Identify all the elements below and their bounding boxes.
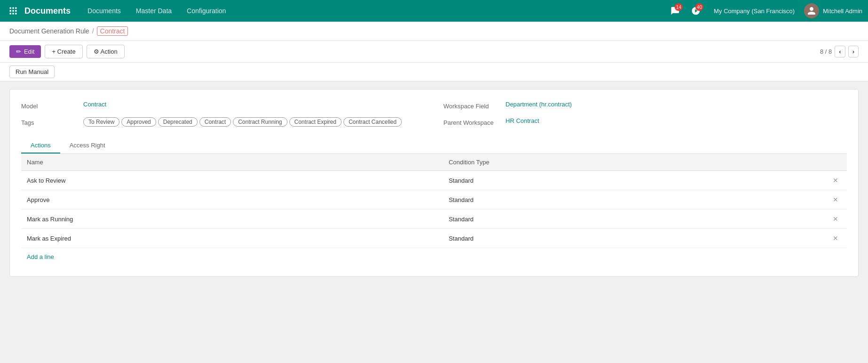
tag-item: Contract Expired bbox=[289, 117, 342, 127]
row-delete-cell: ✕ bbox=[824, 171, 847, 190]
col-actions bbox=[824, 154, 847, 171]
parent-workspace-row: Parent Workspace HR Contract bbox=[444, 117, 847, 126]
user-avatar bbox=[804, 3, 819, 18]
tags-row: Tags To ReviewApprovedDeprecatedContract… bbox=[21, 117, 425, 127]
nav-menu: Documents Master Data Configuration bbox=[80, 0, 233, 22]
company-label: My Company (San Francisco) bbox=[708, 8, 800, 15]
row-name: Mark as Expired bbox=[21, 229, 443, 248]
form-card: Model Contract Tags To ReviewApprovedDep… bbox=[9, 89, 859, 277]
workspace-field-value: Department (hr.contract) bbox=[506, 101, 572, 108]
action-button[interactable]: ⚙ Action bbox=[87, 45, 125, 58]
pagination-text: 8 / 8 bbox=[820, 48, 832, 55]
delete-row-button[interactable]: ✕ bbox=[830, 234, 841, 243]
workspace-field-row: Workspace Field Department (hr.contract) bbox=[444, 101, 847, 110]
delete-row-button[interactable]: ✕ bbox=[830, 176, 841, 185]
tag-item: Contract Running bbox=[233, 117, 287, 127]
tag-item: Contract Cancelled bbox=[343, 117, 402, 127]
model-label: Model bbox=[21, 101, 78, 110]
activity-badge: 40 bbox=[695, 3, 703, 11]
create-button[interactable]: + Create bbox=[45, 45, 82, 58]
row-delete-cell: ✕ bbox=[824, 229, 847, 248]
row-condition-type: Standard bbox=[443, 229, 824, 248]
table-row: Approve Standard ✕ bbox=[21, 190, 847, 210]
model-row: Model Contract bbox=[21, 101, 425, 110]
tag-item: Contract bbox=[199, 117, 231, 127]
edit-button[interactable]: ✏ Edit bbox=[9, 45, 41, 58]
main-content: Model Contract Tags To ReviewApprovedDep… bbox=[0, 81, 868, 284]
toolbar: ✏ Edit + Create ⚙ Action 8 / 8 ‹ › bbox=[0, 41, 868, 63]
user-menu[interactable]: Mitchell Admin bbox=[804, 3, 862, 18]
row-condition-type: Standard bbox=[443, 190, 824, 210]
actions-table: Name Condition Type Ask to Review Standa… bbox=[21, 154, 847, 248]
table-row: Mark as Running Standard ✕ bbox=[21, 210, 847, 229]
tag-item: Approved bbox=[121, 117, 156, 127]
tag-item: Deprecated bbox=[158, 117, 198, 127]
table-row: Ask to Review Standard ✕ bbox=[21, 171, 847, 190]
nav-configuration[interactable]: Configuration bbox=[179, 0, 233, 22]
row-condition-type: Standard bbox=[443, 210, 824, 229]
delete-row-button[interactable]: ✕ bbox=[830, 214, 841, 224]
tab-actions[interactable]: Actions bbox=[21, 138, 60, 153]
parent-workspace-label: Parent Workspace bbox=[444, 117, 500, 126]
edit-icon: ✏ bbox=[16, 48, 21, 55]
tabs: Actions Access Right bbox=[21, 138, 847, 154]
delete-row-button[interactable]: ✕ bbox=[830, 195, 841, 204]
row-name: Ask to Review bbox=[21, 171, 443, 190]
breadcrumb-separator: / bbox=[92, 27, 94, 35]
breadcrumb-current: Contract bbox=[97, 26, 128, 36]
col-condition-type: Condition Type bbox=[443, 154, 824, 171]
messages-icon-btn[interactable]: 14 bbox=[667, 2, 684, 19]
model-value: Contract bbox=[83, 101, 106, 108]
col-name: Name bbox=[21, 154, 443, 171]
row-delete-cell: ✕ bbox=[824, 190, 847, 210]
nav-master-data[interactable]: Master Data bbox=[128, 0, 179, 22]
row-name: Mark as Running bbox=[21, 210, 443, 229]
next-page-button[interactable]: › bbox=[848, 46, 859, 57]
top-nav: Documents Documents Master Data Configur… bbox=[0, 0, 868, 22]
tag-item: To Review bbox=[83, 117, 119, 127]
row-condition-type: Standard bbox=[443, 171, 824, 190]
workspace-field-label: Workspace Field bbox=[444, 101, 500, 110]
add-line-link[interactable]: Add a line bbox=[27, 253, 54, 260]
pagination: 8 / 8 ‹ › bbox=[820, 46, 859, 57]
secondary-toolbar: Run Manual bbox=[0, 63, 868, 81]
form-grid: Model Contract Tags To ReviewApprovedDep… bbox=[21, 101, 847, 127]
tags-label: Tags bbox=[21, 117, 78, 126]
row-delete-cell: ✕ bbox=[824, 210, 847, 229]
breadcrumb: Document Generation Rule / Contract bbox=[0, 22, 868, 41]
row-name: Approve bbox=[21, 190, 443, 210]
prev-page-button[interactable]: ‹ bbox=[835, 46, 845, 57]
app-title: Documents bbox=[24, 6, 71, 16]
nav-documents[interactable]: Documents bbox=[80, 0, 128, 22]
actions-table-container: Name Condition Type Ask to Review Standa… bbox=[21, 154, 847, 265]
parent-workspace-value: HR Contract bbox=[506, 117, 540, 124]
breadcrumb-parent[interactable]: Document Generation Rule bbox=[9, 27, 89, 35]
activity-icon-btn[interactable]: 40 bbox=[687, 2, 704, 19]
tags-container: To ReviewApprovedDeprecatedContractContr… bbox=[83, 117, 402, 127]
messages-badge: 14 bbox=[675, 3, 683, 11]
tab-access-right[interactable]: Access Right bbox=[60, 138, 115, 153]
grid-menu-icon[interactable] bbox=[6, 3, 21, 18]
run-manual-button[interactable]: Run Manual bbox=[9, 65, 55, 78]
user-name: Mitchell Admin bbox=[823, 8, 862, 15]
nav-right: 14 40 My Company (San Francisco) Mitchel… bbox=[667, 2, 862, 19]
table-row: Mark as Expired Standard ✕ bbox=[21, 229, 847, 248]
